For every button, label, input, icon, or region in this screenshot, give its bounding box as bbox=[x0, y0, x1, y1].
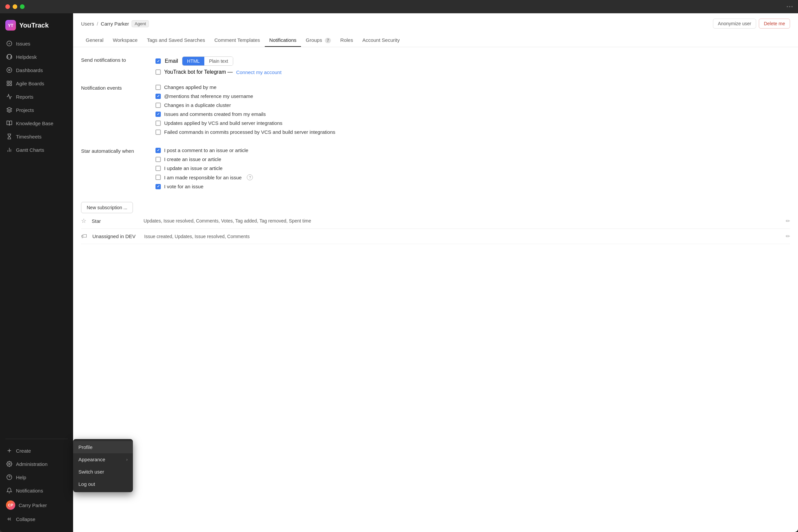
star-made-responsible: I am made responsible for an issue ? bbox=[155, 174, 790, 180]
app-window: YT YouTrack Issues Helpdesk bbox=[0, 0, 798, 532]
svg-rect-6 bbox=[7, 84, 8, 86]
star-vote-issue: I vote for an issue bbox=[155, 184, 790, 189]
tab-general[interactable]: General bbox=[81, 34, 108, 47]
sidebar-item-dashboards[interactable]: Dashboards bbox=[3, 64, 70, 76]
breadcrumb-parent[interactable]: Users bbox=[81, 21, 94, 26]
events-field: Changes applied by me @mentions that ref… bbox=[155, 84, 790, 138]
email-checkbox[interactable] bbox=[155, 58, 161, 64]
anonymize-user-button[interactable]: Anonymize user bbox=[713, 19, 756, 28]
event-mentions: @mentions that reference my username bbox=[155, 93, 790, 99]
event-duplicate-checkbox[interactable] bbox=[155, 102, 161, 108]
page-header: Users / Carry Parker Agent Anonymize use… bbox=[73, 13, 798, 47]
event-mentions-checkbox[interactable] bbox=[155, 94, 161, 99]
minimize-button[interactable] bbox=[13, 4, 17, 9]
sidebar-item-notifications[interactable]: Notifications bbox=[3, 484, 70, 497]
sidebar-item-issues[interactable]: Issues bbox=[3, 37, 70, 50]
breadcrumb: Users / Carry Parker Agent bbox=[81, 20, 149, 27]
grid-icon bbox=[6, 80, 13, 87]
sidebar-item-reports[interactable]: Reports bbox=[3, 90, 70, 103]
sidebar-item-timesheets[interactable]: Timesheets bbox=[3, 130, 70, 143]
event-emails-checkbox[interactable] bbox=[155, 112, 161, 117]
context-menu-logout[interactable]: Log out bbox=[73, 478, 133, 490]
subscription-section: New subscription ... ☆ Star Updates, Iss… bbox=[81, 202, 790, 244]
logo-icon: YT bbox=[5, 20, 16, 31]
tab-tags[interactable]: Tags and Saved Searches bbox=[142, 34, 210, 47]
sidebar-item-agile-boards[interactable]: Agile Boards bbox=[3, 77, 70, 90]
tab-groups[interactable]: Groups 7 bbox=[301, 34, 336, 47]
layers-icon bbox=[6, 107, 13, 113]
format-plain-button[interactable]: Plain text bbox=[204, 57, 233, 65]
email-row: Email HTML Plain text bbox=[155, 56, 790, 66]
tab-comment-templates[interactable]: Comment Templates bbox=[210, 34, 264, 47]
circle-dots-icon bbox=[6, 67, 13, 73]
star-vote-checkbox[interactable] bbox=[155, 184, 161, 189]
check-circle-icon bbox=[6, 40, 13, 47]
context-menu-appearance[interactable]: Appearance › bbox=[73, 453, 133, 466]
sidebar-logo: YT YouTrack bbox=[0, 17, 73, 37]
subscription-unassigned-name: Unassigned in DEV bbox=[92, 233, 139, 239]
event-changes-by-me: Changes applied by me bbox=[155, 84, 790, 90]
sidebar-item-help[interactable]: Help bbox=[3, 471, 70, 483]
tab-roles[interactable]: Roles bbox=[336, 34, 357, 47]
breadcrumb-separator: / bbox=[97, 21, 98, 26]
sidebar-item-helpdesk[interactable]: Helpdesk bbox=[3, 51, 70, 63]
send-to-field: Email HTML Plain text YouTrack bot for T… bbox=[155, 56, 790, 75]
delete-me-button[interactable]: Delete me bbox=[759, 19, 790, 28]
star-post-checkbox[interactable] bbox=[155, 148, 161, 153]
subscription-unassigned-events: Issue created, Updates, Issue resolved, … bbox=[144, 234, 780, 239]
sidebar-item-projects[interactable]: Projects bbox=[3, 103, 70, 116]
header-row: Users / Carry Parker Agent Anonymize use… bbox=[81, 19, 790, 34]
context-menu-profile[interactable]: Profile bbox=[73, 441, 133, 453]
sidebar-bottom: Create Administration Help bbox=[0, 442, 73, 528]
sidebar-item-create[interactable]: Create bbox=[3, 444, 70, 457]
sidebar-item-knowledge-base[interactable]: Knowledge Base bbox=[3, 117, 70, 130]
close-button[interactable] bbox=[5, 4, 10, 9]
hourglass-icon bbox=[6, 133, 13, 140]
sidebar-divider bbox=[5, 439, 68, 439]
collapse-icon bbox=[6, 516, 13, 522]
connect-account-link[interactable]: Connect my account bbox=[236, 70, 282, 75]
star-update-checkbox[interactable] bbox=[155, 166, 161, 171]
star-create-issue: I create an issue or article bbox=[155, 156, 790, 162]
notifications-content: Send notifications to Email HTML Plain t… bbox=[73, 47, 798, 532]
question-icon bbox=[6, 474, 13, 480]
format-toggle: HTML Plain text bbox=[182, 56, 233, 66]
context-menu-switch-user[interactable]: Switch user bbox=[73, 466, 133, 478]
chevron-right-icon: › bbox=[126, 457, 128, 462]
subscription-unassigned-edit[interactable]: ✏ bbox=[786, 233, 790, 240]
star-create-checkbox[interactable] bbox=[155, 157, 161, 162]
sidebar-item-gantt-charts[interactable]: Gantt Charts bbox=[3, 144, 70, 156]
star-responsible-checkbox[interactable] bbox=[155, 175, 161, 180]
svg-point-3 bbox=[8, 70, 10, 71]
book-icon bbox=[6, 120, 13, 127]
subscription-star-edit[interactable]: ✏ bbox=[786, 218, 790, 224]
telegram-row: YouTrack bot for Telegram — Connect my a… bbox=[155, 69, 790, 75]
event-vcs-checkbox[interactable] bbox=[155, 120, 161, 126]
sidebar-collapse[interactable]: Collapse bbox=[3, 513, 70, 525]
star-field: I post a comment to an issue or article … bbox=[155, 148, 790, 193]
sidebar-user-item[interactable]: CP Carry Parker bbox=[3, 497, 70, 513]
telegram-checkbox[interactable] bbox=[155, 70, 161, 75]
new-subscription-button[interactable]: New subscription ... bbox=[81, 202, 133, 213]
tab-notifications[interactable]: Notifications bbox=[265, 34, 301, 47]
tab-account-security[interactable]: Account Security bbox=[358, 34, 405, 47]
tab-workspace[interactable]: Workspace bbox=[108, 34, 142, 47]
traffic-lights bbox=[5, 4, 24, 9]
user-role-badge: Agent bbox=[132, 20, 149, 27]
app-name: YouTrack bbox=[19, 22, 49, 29]
groups-count-badge: 7 bbox=[325, 38, 331, 43]
header-actions: Anonymize user Delete me bbox=[713, 19, 790, 28]
titlebar bbox=[0, 0, 798, 13]
format-html-button[interactable]: HTML bbox=[182, 57, 204, 65]
bell-icon bbox=[6, 487, 13, 494]
avatar: CP bbox=[6, 500, 15, 510]
maximize-button[interactable] bbox=[20, 4, 24, 9]
event-changes-checkbox[interactable] bbox=[155, 85, 161, 90]
event-failed-checkbox[interactable] bbox=[155, 130, 161, 135]
titlebar-menu bbox=[787, 6, 793, 7]
star-auto-row: Star automatically when I post a comment… bbox=[81, 148, 790, 193]
help-icon[interactable]: ? bbox=[247, 174, 253, 180]
context-menu-panel: Profile Appearance › Switch user Log out bbox=[73, 439, 133, 492]
sidebar-item-administration[interactable]: Administration bbox=[3, 458, 70, 470]
sidebar: YT YouTrack Issues Helpdesk bbox=[0, 13, 73, 532]
